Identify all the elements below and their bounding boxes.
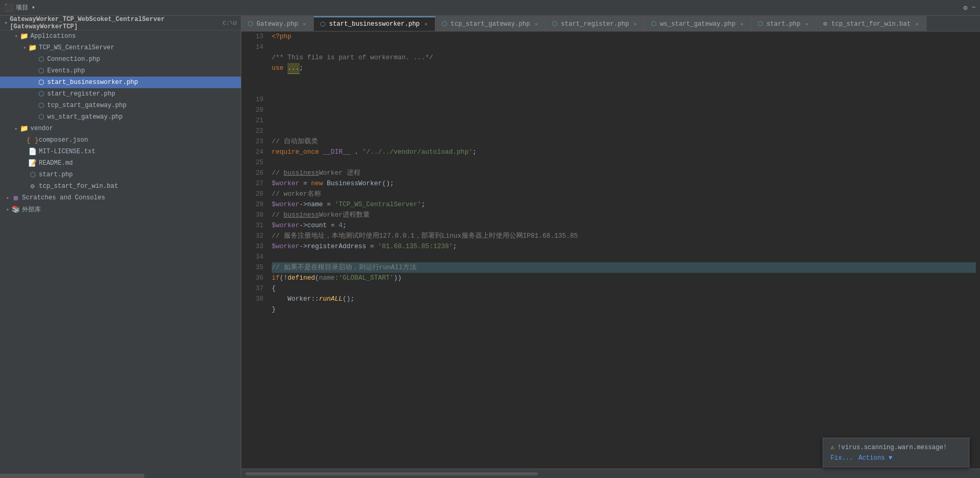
code-token: ; xyxy=(300,63,304,73)
code-token: )) xyxy=(394,273,402,283)
sidebar-item-extlib[interactable]: ▸ 📚 外部库 xyxy=(0,204,241,215)
scrollbar-thumb[interactable] xyxy=(246,472,538,475)
sidebar-item-mit[interactable]: 📄 MIT-LICENSE.txt xyxy=(0,146,241,157)
sidebar-item-label: start_businessworker.php xyxy=(47,79,138,86)
code-line: // 自动加载类 xyxy=(272,136,976,147)
tab-label: ws_start_gateway.php xyxy=(660,20,736,28)
tab-close-tcp-gw[interactable]: ✕ xyxy=(532,20,540,28)
bat-tab-icon: ⚙ xyxy=(822,20,829,28)
sidebar-item-label: ws_start_gateway.php xyxy=(47,113,123,121)
code-line: if (! defined ( name: 'GLOBAL_START' )) xyxy=(272,273,976,283)
expand-arrow: ▾ xyxy=(13,33,20,39)
code-token: { xyxy=(272,283,276,294)
code-token: ; xyxy=(453,241,457,252)
sidebar-item-start-reg[interactable]: ⬡ start_register.php xyxy=(0,88,241,100)
code-token: /** This file is part of workerman. ...*… xyxy=(272,52,433,63)
php-tab-icon: ⬡ xyxy=(247,20,254,28)
code-token: (); xyxy=(382,178,394,189)
code-token: -> xyxy=(300,241,307,252)
sidebar-item-label: Applications xyxy=(30,33,76,40)
code-token xyxy=(272,294,287,304)
sidebar-item-tcp-gw[interactable]: ⬡ tcp_start_gateway.php xyxy=(0,100,241,111)
sidebar-tree: ▾ 📁 Applications ▾ 📁 TCP_WS_CentralServe… xyxy=(0,30,241,474)
sidebar-item-label: Scratches and Consoles xyxy=(22,194,105,201)
sidebar-item-label: tcp_start_gateway.php xyxy=(47,102,126,109)
chevron-down-icon: ▾ xyxy=(31,4,35,12)
sidebar-item-vendor[interactable]: ▸ 📁 vendor xyxy=(0,123,241,134)
actions-link[interactable]: Actions ▼ xyxy=(858,454,892,462)
sidebar-item-label: README.md xyxy=(39,160,73,167)
tab-close-tcp-win[interactable]: ✕ xyxy=(913,20,921,28)
code-line xyxy=(272,84,976,94)
tab-label: tcp_start_for_win.bat xyxy=(832,20,911,28)
minimize-icon[interactable]: − xyxy=(972,4,976,12)
tab-tcp-win[interactable]: ⚙ tcp_start_for_win.bat ✕ xyxy=(816,16,926,31)
tab-start-bw[interactable]: ⬡ start_businessworker.php ✕ xyxy=(314,16,435,31)
code-line xyxy=(272,94,976,105)
php-icon: ⬡ xyxy=(37,55,45,63)
sidebar-item-bat[interactable]: ⚙ tcp_start_for_win.bat xyxy=(0,180,241,192)
scratches-icon: ▦ xyxy=(12,194,20,202)
sidebar-item-connection[interactable]: ⬡ Connection.php xyxy=(0,54,241,65)
php-icon: ⬡ xyxy=(37,78,45,87)
code-token: use xyxy=(272,63,284,73)
sidebar-item-label: vendor xyxy=(30,125,53,132)
code-token: } xyxy=(272,304,276,315)
sidebar-scrollbar-h[interactable] xyxy=(0,474,241,478)
tab-close-start-bw[interactable]: ✕ xyxy=(422,20,430,28)
expand-arrow: ▸ xyxy=(4,206,12,213)
tab-close-gateway[interactable]: ✕ xyxy=(301,20,308,28)
sidebar-item-label: TCP_WS_CentralServer xyxy=(39,44,114,51)
php-tab-icon: ⬡ xyxy=(650,20,657,28)
sidebar-item-readme[interactable]: 📝 README.md xyxy=(0,157,241,169)
sidebar-item-applications[interactable]: ▾ 📁 Applications xyxy=(0,30,241,42)
code-token: new xyxy=(311,178,323,189)
tab-label: Gateway.php xyxy=(257,20,298,28)
code-token: $worker xyxy=(272,220,300,231)
tab-ws-gw[interactable]: ⬡ ws_start_gateway.php ✕ xyxy=(645,16,751,31)
php-tab-icon: ⬡ xyxy=(319,20,326,28)
code-token: __DIR__ xyxy=(323,147,351,157)
expand-arrow: ▸ xyxy=(13,125,20,132)
fix-link[interactable]: Fix... xyxy=(830,454,853,462)
settings-icon[interactable]: ⚙ xyxy=(963,4,967,12)
tab-label: start_businessworker.php xyxy=(329,20,420,28)
sidebar-item-tcp-ws[interactable]: ▾ 📁 TCP_WS_CentralServer xyxy=(0,42,241,54)
sidebar-item-start-bw[interactable]: ⬡ start_businessworker.php xyxy=(0,77,241,88)
tab-gateway[interactable]: ⬡ Gateway.php ✕ xyxy=(241,16,314,31)
sidebar-item-ws-gw[interactable]: ⬡ ws_start_gateway.php xyxy=(0,111,241,123)
title-bar: ⬛ 项目 ▾ ⚙ − xyxy=(0,0,980,16)
code-token: // worker名称 xyxy=(272,189,321,199)
title-bar-right[interactable]: ⚙ − xyxy=(963,4,976,12)
code-token: 4 xyxy=(339,220,343,231)
sidebar-item-events[interactable]: ⬡ Events.php xyxy=(0,65,241,77)
php-tab-icon: ⬡ xyxy=(551,20,558,28)
tab-start-reg[interactable]: ⬡ start_register.php ✕ xyxy=(546,16,645,31)
code-token: ; xyxy=(421,199,425,210)
code-line-highlighted: // 如果不是在根目录启动，则运行runAll方法 xyxy=(272,262,976,273)
code-editor[interactable]: 13 14 19 20 21 22 23 24 25 26 27 28 29 3… xyxy=(241,31,980,469)
tab-tcp-gw[interactable]: ⬡ tcp_start_gateway.php ✕ xyxy=(435,16,546,31)
code-token: = xyxy=(327,199,331,210)
code-content[interactable]: <?php /** This file is part of workerman… xyxy=(268,31,980,469)
code-line: // worker名称 xyxy=(272,189,976,199)
code-line: // bussinessWorker进程数量 xyxy=(272,210,976,220)
code-token: (); xyxy=(343,294,355,304)
code-token: '/../../vendor/autoload.php' xyxy=(363,147,473,157)
code-token: // 服务注册地址，本地测试时使用127.0.0.1，部署到Linux服务器上时… xyxy=(272,231,578,241)
tab-close-start-reg[interactable]: ✕ xyxy=(632,20,639,28)
code-token: ( xyxy=(315,273,319,283)
tab-start[interactable]: ⬡ start.php ✕ xyxy=(751,16,816,31)
tab-close-start[interactable]: ✕ xyxy=(803,20,811,28)
code-token: if xyxy=(272,273,280,283)
code-line xyxy=(272,325,976,336)
warning-icon: ⚠ xyxy=(830,443,834,451)
sidebar-item-start[interactable]: ⬡ start.php xyxy=(0,169,241,180)
sidebar-item-scratches[interactable]: ▸ ▦ Scratches and Consoles xyxy=(0,192,241,204)
tab-close-ws-gw[interactable]: ✕ xyxy=(738,20,745,28)
sidebar-item-composer[interactable]: { } composer.json xyxy=(0,134,241,146)
sidebar-item-label: Connection.php xyxy=(47,56,100,63)
sidebar-item-label: composer.json xyxy=(39,136,88,144)
code-line: $worker -> count = 4 ; xyxy=(272,220,976,231)
code-line: $worker = new BusinessWorker (); xyxy=(272,178,976,189)
